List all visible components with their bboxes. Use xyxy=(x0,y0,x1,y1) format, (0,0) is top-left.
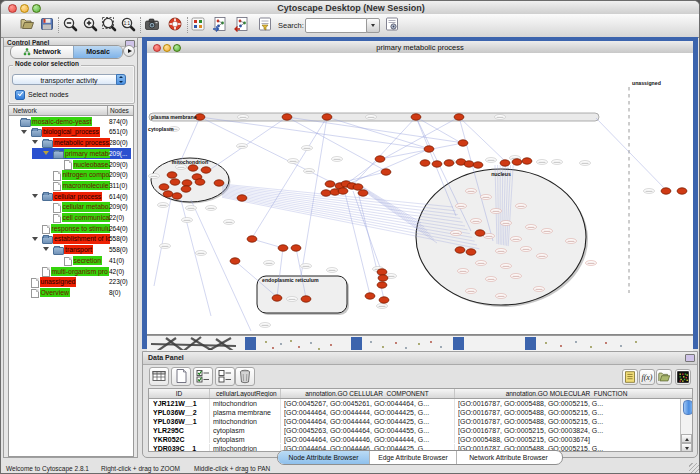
expand-arrow-icon[interactable] xyxy=(21,130,27,134)
import-attributes-icon[interactable] xyxy=(656,369,672,385)
save-session-icon[interactable] xyxy=(39,16,57,34)
table-cell[interactable]: [GO:0045267, GO:0045261, GO:0044464, G..… xyxy=(284,399,452,408)
network-node[interactable] xyxy=(522,158,532,164)
annotation-filter-icon[interactable] xyxy=(257,16,275,34)
delete-attribute-icon[interactable] xyxy=(235,367,255,386)
network-node[interactable] xyxy=(475,230,485,236)
network-node[interactable] xyxy=(661,188,671,194)
network-node[interactable] xyxy=(424,146,434,152)
network-node[interactable] xyxy=(181,186,191,192)
column-header-id[interactable]: ID xyxy=(149,390,209,397)
tree-row-metabolic-process[interactable]: metabolic process280(0) xyxy=(9,137,133,148)
network-node[interactable] xyxy=(466,249,476,255)
matrix-view-icon[interactable] xyxy=(675,369,691,385)
network-node[interactable] xyxy=(247,236,257,242)
tree-row-mosaic-demo-yeast[interactable]: mosaic-demo-yeast874(0) xyxy=(9,116,133,127)
table-cell[interactable]: plasma membrane xyxy=(213,408,278,417)
table-cell[interactable]: cytoplasm xyxy=(213,426,278,435)
unselect-attributes-icon[interactable] xyxy=(215,367,235,386)
expand-arrow-icon[interactable] xyxy=(32,237,38,241)
column-header-1[interactable]: _cellularLayoutRegion xyxy=(209,390,280,397)
tab-mosaic[interactable]: Mosaic xyxy=(73,46,122,58)
new-attribute-icon[interactable] xyxy=(171,367,191,386)
network-node[interactable] xyxy=(379,297,389,303)
tree-row-secretion[interactable]: secretion41(0) xyxy=(9,255,133,266)
tab-overflow-button[interactable] xyxy=(123,45,135,57)
network-node[interactable] xyxy=(455,247,465,253)
scrollbar-thumb[interactable] xyxy=(683,400,693,415)
network-node[interactable] xyxy=(291,245,301,251)
network-node[interactable] xyxy=(182,180,192,186)
network-node[interactable] xyxy=(454,114,464,120)
zoom-fit-icon[interactable]: 1:1 xyxy=(120,16,138,34)
column-divider[interactable] xyxy=(454,389,455,398)
network-node[interactable] xyxy=(353,184,363,190)
network-node[interactable] xyxy=(278,245,288,251)
table-cell[interactable]: [GO:0045263, GO:0044464, GO:0044455, G..… xyxy=(284,426,452,435)
network-node[interactable] xyxy=(444,160,454,166)
network-node[interactable] xyxy=(159,184,169,190)
network-node[interactable] xyxy=(500,160,510,166)
float-data-panel-icon[interactable] xyxy=(685,354,695,362)
network-node[interactable] xyxy=(230,258,240,264)
zoom-selected-icon[interactable] xyxy=(101,16,119,34)
network-node[interactable] xyxy=(381,169,391,175)
network-node[interactable] xyxy=(375,156,385,162)
expand-arrow-icon[interactable] xyxy=(32,140,38,144)
scroll-up-icon[interactable] xyxy=(681,434,692,443)
column-divider[interactable] xyxy=(209,389,210,398)
table-cell[interactable]: [GO:0044464, GO:0044444, GO:0044425, G..… xyxy=(284,408,452,417)
function-builder-icon[interactable]: f(x) xyxy=(639,369,655,385)
network-node[interactable] xyxy=(237,195,247,201)
network-node[interactable] xyxy=(172,193,182,199)
select-attributes-icon[interactable] xyxy=(193,367,213,386)
table-cell[interactable]: YJR121W__1 xyxy=(153,399,207,408)
network-node[interactable] xyxy=(170,179,180,185)
network-node[interactable] xyxy=(377,269,387,275)
network-node[interactable] xyxy=(325,181,335,187)
network-node[interactable] xyxy=(163,191,173,197)
network-node[interactable] xyxy=(458,140,468,146)
column-divider[interactable] xyxy=(280,389,281,398)
network-node[interactable] xyxy=(677,188,687,194)
table-cell[interactable]: cytoplasm xyxy=(213,435,278,444)
table-cell[interactable]: [GO:0016787, GO:0005488, GO:0005215, G..… xyxy=(458,399,677,408)
network-node[interactable] xyxy=(321,190,331,196)
network-canvas[interactable]: plasma membranecytoplasmmitochondrionnuc… xyxy=(147,53,693,335)
table-cell[interactable]: [GO:0044464, GO:0044444, GO:0044425, G..… xyxy=(284,417,452,426)
snapshot-camera-icon[interactable] xyxy=(144,16,162,34)
scroll-down-icon[interactable] xyxy=(681,443,692,452)
network-node[interactable] xyxy=(272,295,282,301)
table-cell[interactable]: mitochondrion xyxy=(213,417,278,426)
tree-row-multi-organism-pro[interactable]: multi-organism pro42(0) xyxy=(9,266,133,277)
expand-arrow-icon[interactable] xyxy=(43,151,49,155)
expand-arrow-icon[interactable] xyxy=(43,247,49,251)
network-node[interactable] xyxy=(378,275,388,281)
tree-row-unassigned[interactable]: unassigned223(0) xyxy=(9,277,133,288)
network-node[interactable] xyxy=(512,159,522,165)
table-cell[interactable]: mitochondrion xyxy=(213,399,278,408)
search-settings-icon[interactable] xyxy=(384,16,402,34)
network-node[interactable] xyxy=(411,114,421,120)
tree-row-cellular-metabo[interactable]: cellular metabo209(0) xyxy=(9,202,133,213)
network-node[interactable] xyxy=(201,167,211,173)
column-header-2[interactable]: annotation.GO CELLULAR_COMPONENT xyxy=(280,390,454,397)
table-cell[interactable]: [GO:0044464, GO:0044446, GO:0044444, G..… xyxy=(284,435,452,444)
tree-row-response-to-stimulu[interactable]: response to stimulu264(0) xyxy=(9,223,133,234)
table-cell[interactable]: YPL036W__2 xyxy=(153,408,207,417)
open-session-icon[interactable] xyxy=(19,16,37,34)
tree-row-overview[interactable]: Overview8(0) xyxy=(9,287,133,298)
table-cell[interactable]: [GO:0016787, GO:0005488, GO:0005215, G..… xyxy=(458,417,677,426)
table-cell[interactable]: mitochondrion xyxy=(213,444,278,453)
network-node[interactable] xyxy=(322,114,332,120)
network-node[interactable] xyxy=(432,161,442,167)
select-nodes-checkbox[interactable] xyxy=(15,90,25,100)
window-titlebar[interactable]: Cytoscape Desktop (New Session) xyxy=(1,1,700,15)
attribute-grid-icon[interactable] xyxy=(149,367,169,386)
tree-row-primary-metabol[interactable]: primary metabol209(... xyxy=(9,148,133,159)
node-grid-icon[interactable] xyxy=(190,16,208,34)
nucleus-region[interactable] xyxy=(416,169,586,305)
search-dropdown-icon[interactable] xyxy=(366,18,380,33)
tree-row-cell-communicat[interactable]: cell communicat22(0) xyxy=(9,212,133,223)
network-node[interactable] xyxy=(377,282,387,288)
